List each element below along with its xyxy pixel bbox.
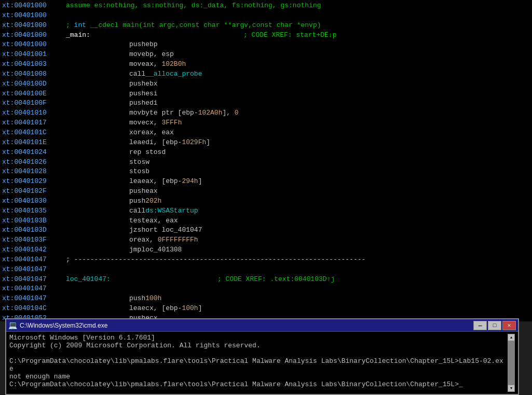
cmd-close-button[interactable]: ✕ (502, 321, 516, 330)
asm-line: xt:00401026 stosw (2, 158, 530, 167)
asm-line: xt:00401000 assume es:nothing, ss:nothin… (2, 1, 530, 11)
cmd-output: Microsoft Windows [Version 6.1.7601] Cop… (9, 334, 507, 392)
asm-line: xt:0040101E lea edi, [ebp-1029Fh] (2, 138, 530, 148)
cmd-body: Microsoft Windows [Version 6.1.7601] Cop… (6, 332, 518, 394)
asm-line: xt:00401001 mov ebp, esp (2, 50, 530, 60)
cmd-line-blank (9, 349, 507, 357)
cmd-minimize-button[interactable]: — (473, 321, 487, 330)
asm-line: xt:00401017 mov ecx, 3FFFh (2, 118, 530, 128)
asm-line: xt:00401010 mov byte ptr [ebp-102A0h], 0 (2, 108, 530, 118)
cmd-title: C:\Windows\System32\cmd.exe (20, 322, 107, 329)
asm-line: xt:00401047 push 100h (2, 294, 530, 304)
cmd-line-2: Copyright (c) 2009 Microsoft Corporation… (9, 342, 507, 349)
cmd-line-3: C:\ProgramData\chocolatey\lib\pmalabs.fl… (9, 357, 507, 373)
asm-line: xt:00401047 ; --------------------------… (2, 255, 530, 265)
asm-line: xt:00401035 call ds:WSAStartup (2, 206, 530, 216)
asm-line: xt:00401047 (2, 284, 530, 294)
scroll-track (508, 341, 515, 385)
asm-line: xt:00401029 lea eax, [ebp-294h] (2, 177, 530, 187)
cmd-line-5: C:\ProgramData\chocolatey\lib\pmalabs.fl… (9, 380, 507, 388)
asm-line: xt:00401000 ; int __cdecl main(int argc,… (2, 21, 530, 31)
asm-line: xt:00401047 loc_401047: ; CODE XREF: .te… (2, 275, 530, 285)
asm-line: xt:00401003 mov eax, 102B0h (2, 60, 530, 69)
asm-line: xt:00401008 call __alloca_probe (2, 69, 530, 79)
asm-line: xt:0040103F or eax, 0FFFFFFFFh (2, 235, 530, 245)
cmd-icon: 💻 (8, 321, 17, 330)
cmd-line-1: Microsoft Windows [Version 6.1.7601] (9, 334, 507, 342)
asm-line: xt:00401000 push ebp (2, 40, 530, 50)
asm-line: xt:0040104C lea ecx, [ebp-100h] (2, 304, 530, 314)
asm-line: xt:0040102F push eax (2, 187, 530, 196)
cmd-controls[interactable]: — □ ✕ (473, 321, 516, 330)
asm-line: xt:0040103D jz short loc_401047 (2, 225, 530, 235)
asm-line: xt:00401024 rep stosd (2, 148, 530, 158)
asm-line: xt:00401028 stosb (2, 167, 530, 177)
asm-line: xt:00401047 (2, 265, 530, 275)
cmd-scrollbar[interactable]: ▲ ▼ (508, 334, 515, 392)
asm-line: xt:0040101C xor eax, eax (2, 128, 530, 138)
cmd-titlebar: 💻 C:\Windows\System32\cmd.exe — □ ✕ (6, 319, 518, 332)
asm-line: xt:0040100F push edi (2, 98, 530, 108)
asm-line: xt:00401000 _main: ; CODE XREF: start+DE… (2, 31, 530, 40)
asm-line: xt:00401042 jmp loc_401308 (2, 245, 530, 255)
asm-line: xt:0040100E push esi (2, 89, 530, 99)
asm-line: xt:00401000 (2, 11, 530, 21)
scroll-down-button[interactable]: ▼ (508, 385, 515, 392)
disassembly-view: xt:00401000 assume es:nothing, ss:nothin… (0, 0, 532, 321)
cmd-titlebar-left: 💻 C:\Windows\System32\cmd.exe (8, 321, 107, 330)
cmd-line-4: not enough name (9, 373, 507, 380)
asm-line: xt:0040100D push ebx (2, 79, 530, 89)
cmd-window: 💻 C:\Windows\System32\cmd.exe — □ ✕ Micr… (5, 318, 519, 395)
cmd-maximize-button[interactable]: □ (488, 321, 501, 330)
scroll-up-button[interactable]: ▲ (508, 334, 515, 341)
asm-line: xt:0040103B test eax, eax (2, 216, 530, 226)
asm-line: xt:00401030 push 202h (2, 196, 530, 206)
